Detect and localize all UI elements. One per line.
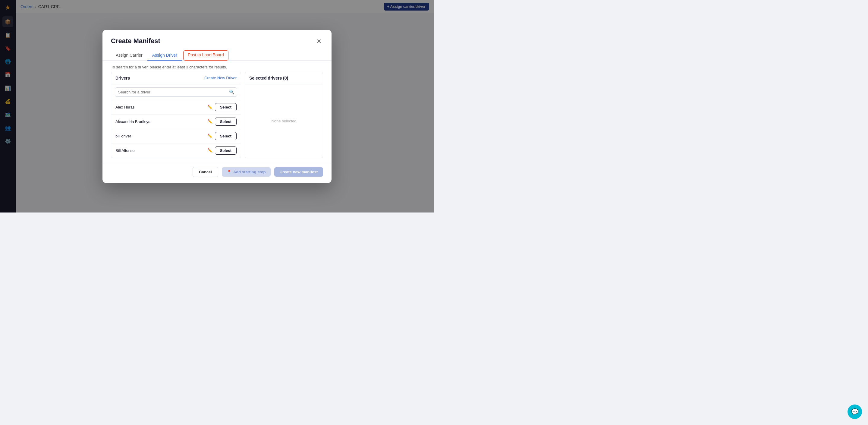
- select-driver-button[interactable]: Select: [215, 118, 237, 126]
- create-manifest-modal: Create Manifest ✕ Assign Carrier Assign …: [102, 30, 332, 183]
- edit-icon[interactable]: ✏️: [207, 133, 213, 138]
- create-manifest-button: Create new manifest: [274, 167, 323, 177]
- edit-icon[interactable]: ✏️: [207, 148, 213, 153]
- selected-drivers-body: None selected: [245, 84, 323, 158]
- select-driver-button[interactable]: Select: [215, 132, 237, 140]
- drivers-panel-header: Drivers Create New Driver: [111, 72, 241, 84]
- modal-tabs: Assign Carrier Assign Driver Post to Loa…: [102, 45, 332, 61]
- modal-overlay: Create Manifest ✕ Assign Carrier Assign …: [0, 0, 434, 212]
- drivers-label: Drivers: [116, 75, 130, 81]
- search-box: 🔍: [111, 84, 241, 100]
- table-row: Alexandria Bradleys ✏️ Select: [111, 115, 241, 129]
- add-starting-stop-button: 📍 Add starting stop: [222, 167, 271, 177]
- modal-title: Create Manifest: [111, 37, 160, 45]
- select-driver-button[interactable]: Select: [215, 103, 237, 111]
- table-row: Bill Alfonso ✏️ Select: [111, 144, 241, 158]
- none-selected-label: None selected: [271, 119, 296, 123]
- cancel-button[interactable]: Cancel: [193, 167, 218, 177]
- create-new-driver-link[interactable]: Create New Driver: [204, 75, 237, 80]
- selected-drivers-header: Selected drivers (0): [245, 72, 323, 84]
- driver-name: Alexandria Bradleys: [116, 119, 205, 124]
- driver-name: Alex Huras: [116, 105, 205, 110]
- edit-icon[interactable]: ✏️: [207, 104, 213, 110]
- search-icon: 🔍: [229, 90, 234, 94]
- add-starting-stop-label: Add starting stop: [233, 170, 266, 174]
- modal-body: Drivers Create New Driver 🔍 Alex Huras ✏…: [102, 72, 332, 163]
- drivers-panel: Drivers Create New Driver 🔍 Alex Huras ✏…: [111, 72, 241, 158]
- tab-assign-carrier[interactable]: Assign Carrier: [111, 50, 147, 61]
- driver-name: bill driver: [116, 134, 205, 138]
- driver-list: Alex Huras ✏️ Select Alexandria Bradleys…: [111, 100, 241, 158]
- modal-description: To search for a driver, please enter at …: [102, 61, 332, 72]
- modal-footer: Cancel 📍 Add starting stop Create new ma…: [102, 163, 332, 183]
- table-row: Alex Huras ✏️ Select: [111, 100, 241, 115]
- tab-assign-driver[interactable]: Assign Driver: [147, 50, 182, 61]
- tab-post-to-load-board[interactable]: Post to Load Board: [183, 50, 228, 61]
- location-pin-icon: 📍: [227, 170, 231, 174]
- table-row: bill driver ✏️ Select: [111, 129, 241, 144]
- search-driver-input[interactable]: [115, 87, 237, 97]
- modal-close-button[interactable]: ✕: [315, 37, 323, 45]
- edit-icon[interactable]: ✏️: [207, 119, 213, 124]
- selected-drivers-panel: Selected drivers (0) None selected: [245, 72, 323, 158]
- select-driver-button[interactable]: Select: [215, 147, 237, 155]
- modal-header: Create Manifest ✕: [102, 30, 332, 45]
- driver-name: Bill Alfonso: [116, 148, 205, 153]
